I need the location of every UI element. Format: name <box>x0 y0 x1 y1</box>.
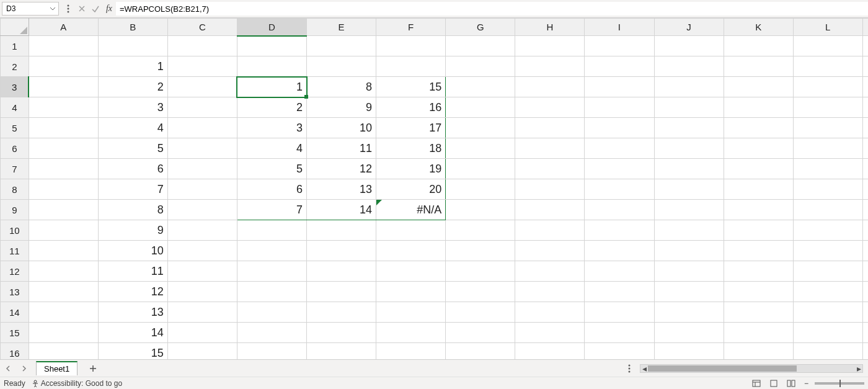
cell-F10[interactable] <box>376 220 446 241</box>
cell-E5[interactable]: 10 <box>307 118 376 138</box>
fx-icon[interactable]: fx <box>104 3 115 14</box>
cell-C7[interactable] <box>167 159 237 179</box>
cell-F6[interactable]: 18 <box>376 138 446 159</box>
cell-D15[interactable] <box>237 323 306 343</box>
cell-G7[interactable] <box>446 159 515 179</box>
cell-B13[interactable]: 12 <box>98 282 167 302</box>
cell-F12[interactable] <box>376 261 446 282</box>
cell-J3[interactable] <box>654 77 724 97</box>
cell-I7[interactable] <box>585 159 654 179</box>
cell-C1[interactable] <box>167 36 237 56</box>
cell-E14[interactable] <box>307 302 376 323</box>
cell-G12[interactable] <box>446 261 515 282</box>
cell-B7[interactable]: 6 <box>98 159 167 179</box>
cell-H13[interactable] <box>515 282 585 302</box>
cell-I3[interactable] <box>585 77 654 97</box>
cell-J7[interactable] <box>654 159 724 179</box>
cell-extra-9[interactable] <box>862 200 868 220</box>
cell-extra-3[interactable] <box>862 77 868 97</box>
cell-F16[interactable] <box>376 343 446 360</box>
cell-H6[interactable] <box>515 138 585 159</box>
col-header-K[interactable]: K <box>724 19 793 36</box>
cell-L6[interactable] <box>793 138 862 159</box>
cell-L1[interactable] <box>793 36 862 56</box>
cell-extra-4[interactable] <box>862 97 868 118</box>
cell-E4[interactable]: 9 <box>307 97 376 118</box>
tab-next-icon[interactable] <box>17 362 31 375</box>
cell-E15[interactable] <box>307 323 376 343</box>
zoom-slider[interactable] <box>815 382 864 385</box>
cell-D11[interactable] <box>237 241 306 261</box>
cell-L15[interactable] <box>793 323 862 343</box>
cell-K13[interactable] <box>724 282 793 302</box>
cell-B6[interactable]: 5 <box>98 138 167 159</box>
row-header-3[interactable]: 3 <box>1 77 29 97</box>
cell-I11[interactable] <box>585 241 654 261</box>
cell-E8[interactable]: 13 <box>307 179 376 200</box>
cell-F3[interactable]: 15 <box>376 77 446 97</box>
cell-B2[interactable]: 1 <box>98 56 167 77</box>
row-header-1[interactable]: 1 <box>1 36 29 56</box>
add-sheet-button[interactable] <box>86 362 100 375</box>
cell-H5[interactable] <box>515 118 585 138</box>
cancel-icon[interactable] <box>76 3 87 14</box>
more-options-icon[interactable] <box>63 3 74 14</box>
cell-C4[interactable] <box>167 97 237 118</box>
cell-L3[interactable] <box>793 77 862 97</box>
cell-J14[interactable] <box>654 302 724 323</box>
cell-E10[interactable] <box>307 220 376 241</box>
cell-B10[interactable]: 9 <box>98 220 167 241</box>
row-header-12[interactable]: 12 <box>1 261 29 282</box>
cell-A3[interactable] <box>29 77 98 97</box>
cell-I4[interactable] <box>585 97 654 118</box>
row-header-8[interactable]: 8 <box>1 179 29 200</box>
cell-H12[interactable] <box>515 261 585 282</box>
cell-J13[interactable] <box>654 282 724 302</box>
cell-J6[interactable] <box>654 138 724 159</box>
cell-G8[interactable] <box>446 179 515 200</box>
cell-I13[interactable] <box>585 282 654 302</box>
cell-E9[interactable]: 14 <box>307 200 376 220</box>
row-header-7[interactable]: 7 <box>1 159 29 179</box>
scroll-right-icon[interactable]: ▸ <box>855 365 862 372</box>
cell-extra-1[interactable] <box>862 36 868 56</box>
cell-D1[interactable] <box>237 36 306 56</box>
cell-C6[interactable] <box>167 138 237 159</box>
cell-H9[interactable] <box>515 200 585 220</box>
cell-I16[interactable] <box>585 343 654 360</box>
row-header-2[interactable]: 2 <box>1 56 29 77</box>
cell-J2[interactable] <box>654 56 724 77</box>
cell-F9[interactable]: #N/A <box>376 200 446 220</box>
row-header-6[interactable]: 6 <box>1 138 29 159</box>
col-header-L[interactable]: L <box>793 19 862 36</box>
cell-F7[interactable]: 19 <box>376 159 446 179</box>
cell-extra-10[interactable] <box>862 220 868 241</box>
col-header-H[interactable]: H <box>515 19 585 36</box>
cell-F1[interactable] <box>376 36 446 56</box>
cell-A6[interactable] <box>29 138 98 159</box>
cell-I14[interactable] <box>585 302 654 323</box>
col-header-A[interactable]: A <box>29 19 98 36</box>
cell-I9[interactable] <box>585 200 654 220</box>
cell-I8[interactable] <box>585 179 654 200</box>
cell-J11[interactable] <box>654 241 724 261</box>
cell-H2[interactable] <box>515 56 585 77</box>
cell-extra-13[interactable] <box>862 282 868 302</box>
row-header-11[interactable]: 11 <box>1 241 29 261</box>
row-header-5[interactable]: 5 <box>1 118 29 138</box>
cell-G4[interactable] <box>446 97 515 118</box>
cell-J4[interactable] <box>654 97 724 118</box>
cell-extra-5[interactable] <box>862 118 868 138</box>
formula-input[interactable] <box>116 2 868 16</box>
cell-C14[interactable] <box>167 302 237 323</box>
col-header-I[interactable]: I <box>585 19 654 36</box>
cell-F15[interactable] <box>376 323 446 343</box>
cell-C8[interactable] <box>167 179 237 200</box>
tabs-more-icon[interactable] <box>624 363 635 374</box>
cell-H15[interactable] <box>515 323 585 343</box>
cell-extra-14[interactable] <box>862 302 868 323</box>
cell-extra-7[interactable] <box>862 159 868 179</box>
cell-A16[interactable] <box>29 343 98 360</box>
cell-G2[interactable] <box>446 56 515 77</box>
cell-K1[interactable] <box>724 36 793 56</box>
